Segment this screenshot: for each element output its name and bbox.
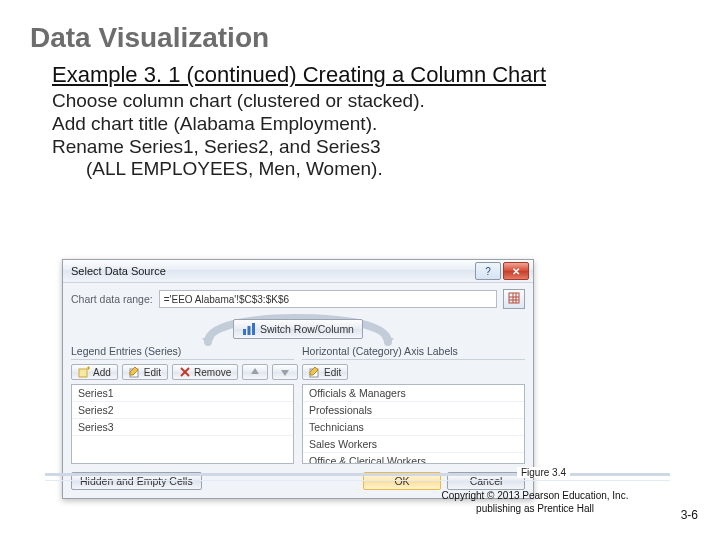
svg-rect-7 xyxy=(243,329,246,335)
decorative-line xyxy=(45,480,670,487)
grid-icon xyxy=(508,292,520,306)
figure-label: Figure 3.4 xyxy=(517,467,570,478)
svg-rect-10 xyxy=(79,369,87,377)
arrow-down-icon xyxy=(279,366,291,378)
instruction-line: Choose column chart (clustered or stacke… xyxy=(52,90,690,113)
page-title: Data Visualization xyxy=(30,22,690,54)
collapse-dialog-button[interactable] xyxy=(503,289,525,309)
select-data-source-dialog: Select Data Source ? ✕ Chart data range:… xyxy=(62,259,534,499)
svg-rect-8 xyxy=(248,326,251,335)
list-item[interactable]: Professionals xyxy=(303,402,524,419)
list-item[interactable]: Series3 xyxy=(72,419,293,436)
remove-series-button[interactable]: Remove xyxy=(172,364,238,380)
example-title: Example 3. 1 (continued) Creating a Colu… xyxy=(52,62,690,88)
dialog-title: Select Data Source xyxy=(71,265,475,277)
copyright-line2: publishing as Prentice Hall xyxy=(410,503,660,516)
copyright-text: Copyright © 2013 Pearson Education, Inc.… xyxy=(410,490,660,515)
edit-axis-label: Edit xyxy=(324,367,341,378)
svg-marker-14 xyxy=(251,368,259,374)
instruction-line: Add chart title (Alabama Employment). xyxy=(52,113,690,136)
edit-axis-labels-button[interactable]: Edit xyxy=(302,364,348,380)
edit-icon xyxy=(129,366,141,378)
edit-series-button[interactable]: Edit xyxy=(122,364,168,380)
series-listbox[interactable]: Series1 Series2 Series3 xyxy=(71,384,294,464)
switch-row-column-button[interactable]: Switch Row/Column xyxy=(233,319,363,339)
edit-label: Edit xyxy=(144,367,161,378)
legend-entries-header: Legend Entries (Series) xyxy=(71,345,294,360)
move-down-button[interactable] xyxy=(272,364,298,380)
move-up-button[interactable] xyxy=(242,364,268,380)
switch-icon xyxy=(242,322,256,336)
svg-rect-9 xyxy=(252,323,255,335)
svg-rect-0 xyxy=(509,293,519,303)
list-item[interactable]: Series1 xyxy=(72,385,293,402)
add-label: Add xyxy=(93,367,111,378)
list-item[interactable]: Technicians xyxy=(303,419,524,436)
svg-marker-15 xyxy=(281,370,289,376)
add-series-button[interactable]: Add xyxy=(71,364,118,380)
list-item[interactable]: Officials & Managers xyxy=(303,385,524,402)
add-icon xyxy=(78,366,90,378)
instruction-line: Rename Series1, Series2, and Series3 xyxy=(52,136,690,159)
instruction-line-indent: (ALL EMPLOYEES, Men, Women). xyxy=(86,158,690,181)
dialog-titlebar: Select Data Source ? ✕ xyxy=(63,260,533,283)
data-range-input[interactable]: ='EEO Alabama'!$C$3:$K$6 xyxy=(159,290,497,308)
remove-label: Remove xyxy=(194,367,231,378)
list-item[interactable]: Series2 xyxy=(72,402,293,419)
edit-icon xyxy=(309,366,321,378)
instructions-block: Choose column chart (clustered or stacke… xyxy=(52,90,690,181)
page-number: 3-6 xyxy=(681,508,698,522)
axis-labels-header: Horizontal (Category) Axis Labels xyxy=(302,345,525,360)
arrow-up-icon xyxy=(249,366,261,378)
axis-labels-listbox[interactable]: Officials & Managers Professionals Techn… xyxy=(302,384,525,464)
help-button[interactable]: ? xyxy=(475,262,501,280)
close-button[interactable]: ✕ xyxy=(503,262,529,280)
list-item[interactable]: Sales Workers xyxy=(303,436,524,453)
data-range-label: Chart data range: xyxy=(71,293,153,305)
remove-icon xyxy=(179,366,191,378)
switch-row-column-label: Switch Row/Column xyxy=(260,323,354,335)
list-item[interactable]: Office & Clerical Workers xyxy=(303,453,524,464)
copyright-line1: Copyright © 2013 Pearson Education, Inc. xyxy=(410,490,660,503)
